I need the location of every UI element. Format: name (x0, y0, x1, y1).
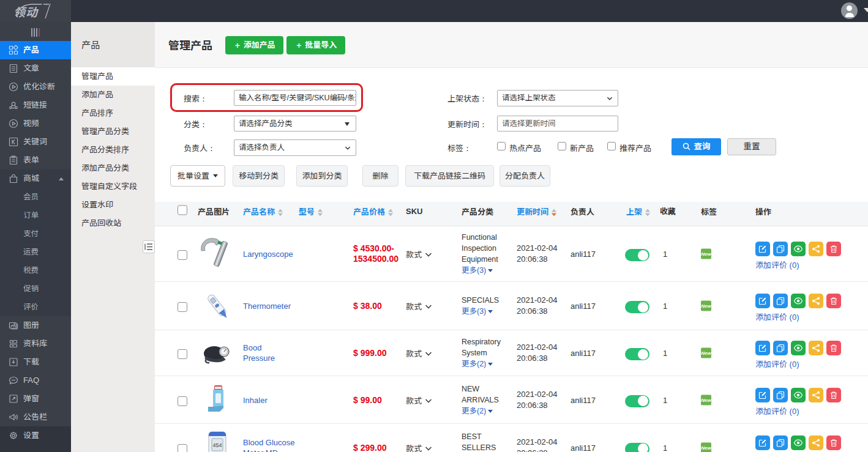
svg-text:454: 454 (212, 442, 222, 448)
